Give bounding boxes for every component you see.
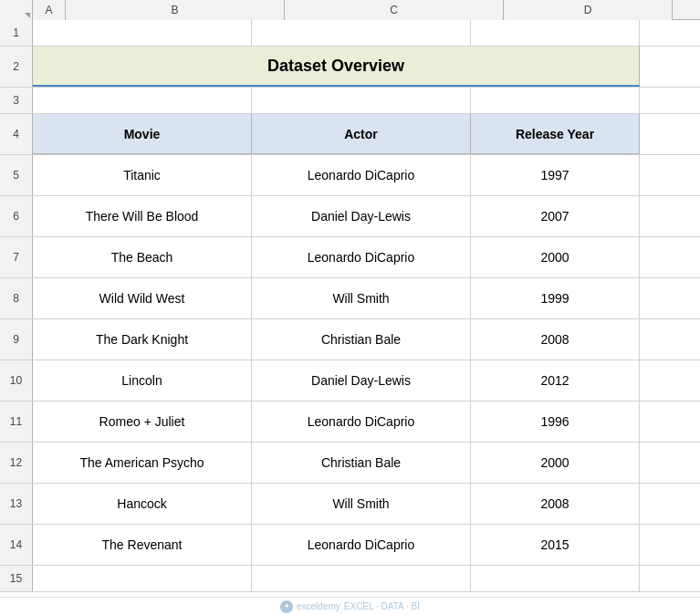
cell-14-movie[interactable]: The Revenant <box>33 525 252 565</box>
row-num-12: 12 <box>0 443 33 483</box>
row-num-8: 8 <box>0 278 33 318</box>
cell-7-actor[interactable]: Leonardo DiCaprio <box>252 237 471 277</box>
cell-15b[interactable] <box>33 566 252 591</box>
col-header-c[interactable]: C <box>285 0 504 20</box>
cell-5-movie[interactable]: Titanic <box>33 155 252 195</box>
cell-8-movie[interactable]: Wild Wild West <box>33 278 252 318</box>
header-movie[interactable]: Movie <box>33 114 252 154</box>
cell-10-year[interactable]: 2012 <box>471 360 640 401</box>
grid-row-15: 15 <box>0 566 700 592</box>
row-num-4: 4 <box>0 114 33 154</box>
column-headers: A B C D <box>0 0 700 20</box>
row-num-7: 7 <box>0 237 33 277</box>
cell-7-year[interactable]: 2000 <box>471 237 640 277</box>
watermark-row: ✦ exceldemy EXCEL · DATA · BI <box>0 597 700 615</box>
select-all-corner[interactable] <box>0 0 33 20</box>
cell-9-movie[interactable]: The Dark Knight <box>33 319 252 360</box>
cell-8-year[interactable]: 1999 <box>471 278 640 318</box>
row-num-1: 1 <box>0 20 33 46</box>
grid-row-1: 1 <box>0 20 700 47</box>
cell-5-year[interactable]: 1997 <box>471 155 640 195</box>
row-num-13: 13 <box>0 484 33 524</box>
grid-row-3: 3 <box>0 88 700 114</box>
row-num-2: 2 <box>0 47 33 87</box>
cell-3b[interactable] <box>33 88 252 113</box>
cell-11-movie[interactable]: Romeo + Juliet <box>33 401 252 442</box>
cell-10-movie[interactable]: Lincoln <box>33 360 252 401</box>
header-actor[interactable]: Actor <box>252 114 471 154</box>
cell-3d[interactable] <box>471 88 640 113</box>
grid-row-7: 7 The Beach Leonardo DiCaprio 2000 <box>0 237 700 278</box>
row-num-15: 15 <box>0 566 33 591</box>
cell-12-year[interactable]: 2000 <box>471 443 640 483</box>
row-num-14: 14 <box>0 525 33 565</box>
cell-12-movie[interactable]: The American Psycho <box>33 443 252 483</box>
grid-row-5: 5 Titanic Leonardo DiCaprio 1997 <box>0 155 700 196</box>
cell-6-actor[interactable]: Daniel Day-Lewis <box>252 196 471 236</box>
grid-row-2: 2 Dataset Overview <box>0 47 700 88</box>
col-header-b[interactable]: B <box>66 0 285 20</box>
grid-row-10: 10 Lincoln Daniel Day-Lewis 2012 <box>0 360 700 401</box>
grid-row-9: 9 The Dark Knight Christian Bale 2008 <box>0 319 700 360</box>
cell-6-year[interactable]: 2007 <box>471 196 640 236</box>
cell-10-actor[interactable]: Daniel Day-Lewis <box>252 360 471 401</box>
cell-5-actor[interactable]: Leonardo DiCaprio <box>252 155 471 195</box>
row-num-11: 11 <box>0 401 33 442</box>
cell-13-movie[interactable]: Hancock <box>33 484 252 524</box>
cell-14-actor[interactable]: Leonardo DiCaprio <box>252 525 471 565</box>
spreadsheet: A B C D 1 2 Dataset Overview 3 4 <box>0 0 700 615</box>
watermark-tagline: EXCEL · DATA · BI <box>344 601 420 611</box>
grid-row-4: 4 Movie Actor Release Year <box>0 114 700 155</box>
dataset-title: Dataset Overview <box>267 57 404 76</box>
cell-9-actor[interactable]: Christian Bale <box>252 319 471 360</box>
grid-body: 1 2 Dataset Overview 3 4 Movie Actor Rel… <box>0 20 700 597</box>
header-release-year[interactable]: Release Year <box>471 114 640 154</box>
watermark-icon: ✦ <box>280 600 293 613</box>
cell-8-actor[interactable]: Will Smith <box>252 278 471 318</box>
title-merged-cell[interactable]: Dataset Overview <box>33 47 640 87</box>
cell-11-actor[interactable]: Leonardo DiCaprio <box>252 401 471 442</box>
row-num-10: 10 <box>0 360 33 401</box>
cell-15d[interactable] <box>471 566 640 591</box>
grid-row-14: 14 The Revenant Leonardo DiCaprio 2015 <box>0 525 700 566</box>
cell-13-year[interactable]: 2008 <box>471 484 640 524</box>
watermark: ✦ exceldemy EXCEL · DATA · BI <box>280 600 420 613</box>
col-header-a[interactable]: A <box>33 0 66 20</box>
row-num-9: 9 <box>0 319 33 360</box>
grid-row-13: 13 Hancock Will Smith 2008 <box>0 484 700 525</box>
watermark-brand: exceldemy <box>297 601 340 611</box>
cell-7-movie[interactable]: The Beach <box>33 237 252 277</box>
row-num-5: 5 <box>0 155 33 195</box>
row-num-6: 6 <box>0 196 33 236</box>
cell-9-year[interactable]: 2008 <box>471 319 640 360</box>
grid-row-8: 8 Wild Wild West Will Smith 1999 <box>0 278 700 319</box>
cell-14-year[interactable]: 2015 <box>471 525 640 565</box>
cell-6-movie[interactable]: There Will Be Blood <box>33 196 252 236</box>
cell-12-actor[interactable]: Christian Bale <box>252 443 471 483</box>
col-header-d[interactable]: D <box>504 0 673 20</box>
cell-11-year[interactable]: 1996 <box>471 401 640 442</box>
cell-3c[interactable] <box>252 88 471 113</box>
grid-row-12: 12 The American Psycho Christian Bale 20… <box>0 443 700 484</box>
cell-15c[interactable] <box>252 566 471 591</box>
cell-1d[interactable] <box>471 20 640 46</box>
row-num-3: 3 <box>0 88 33 113</box>
cell-1c[interactable] <box>252 20 471 46</box>
grid-row-6: 6 There Will Be Blood Daniel Day-Lewis 2… <box>0 196 700 237</box>
data-rows: 5 Titanic Leonardo DiCaprio 1997 6 There… <box>0 155 700 566</box>
grid-row-11: 11 Romeo + Juliet Leonardo DiCaprio 1996 <box>0 401 700 443</box>
cell-1b[interactable] <box>33 20 252 46</box>
cell-13-actor[interactable]: Will Smith <box>252 484 471 524</box>
